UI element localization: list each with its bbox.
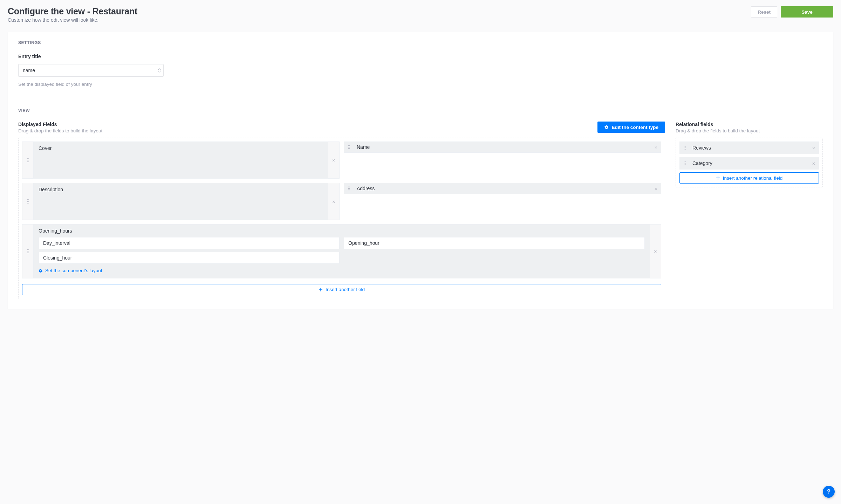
drag-handle-icon[interactable] (344, 145, 354, 149)
plus-icon (319, 288, 323, 292)
svg-point-41 (685, 163, 686, 164)
remove-field-button[interactable]: × (650, 224, 661, 278)
svg-point-18 (348, 187, 349, 187)
svg-point-13 (28, 199, 29, 200)
field-chip-description[interactable]: Description × (22, 183, 340, 220)
set-component-layout-label: Set the component's layout (45, 268, 102, 273)
svg-point-7 (349, 145, 350, 146)
svg-point-24 (27, 249, 27, 250)
field-chip-cover[interactable]: Cover × (22, 141, 340, 179)
close-icon: × (332, 158, 335, 163)
svg-point-26 (27, 251, 27, 251)
entry-title-label: Entry title (18, 54, 164, 59)
svg-point-0 (27, 158, 27, 159)
svg-point-22 (348, 189, 349, 190)
svg-point-21 (349, 188, 350, 189)
entry-title-select[interactable]: name (18, 64, 164, 77)
component-subfield[interactable]: Day_interval (39, 237, 340, 249)
close-icon: × (654, 249, 657, 254)
component-title: Opening_hours (39, 228, 645, 234)
insert-field-button[interactable]: Insert another field (22, 284, 661, 295)
plus-icon (716, 176, 720, 180)
set-component-layout-link[interactable]: Set the component's layout (39, 268, 102, 273)
remove-field-button[interactable]: × (651, 145, 661, 150)
remove-field-button[interactable]: × (809, 145, 819, 151)
svg-point-32 (684, 146, 684, 147)
svg-point-8 (348, 147, 349, 147)
svg-point-33 (685, 146, 686, 147)
svg-point-6 (348, 145, 349, 146)
svg-point-29 (28, 253, 29, 253)
svg-point-38 (684, 161, 684, 162)
field-label: Cover (39, 145, 52, 151)
svg-point-1 (28, 158, 29, 159)
drag-handle-icon[interactable] (22, 224, 33, 278)
field-label: Reviews (690, 145, 809, 151)
svg-point-35 (685, 147, 686, 148)
remove-field-button[interactable]: × (328, 183, 340, 220)
field-label: Address (354, 186, 651, 191)
reset-button[interactable]: Reset (751, 6, 777, 18)
drag-handle-icon[interactable] (344, 186, 354, 191)
displayed-fields-dropzone[interactable]: Cover × Name × (18, 138, 665, 299)
svg-point-27 (28, 251, 29, 251)
displayed-fields-title: Displayed Fields (18, 122, 102, 127)
svg-point-34 (684, 147, 684, 148)
svg-point-40 (684, 163, 684, 164)
component-subfield[interactable]: Opening_hour (344, 237, 645, 249)
drag-handle-icon[interactable] (680, 146, 690, 150)
svg-point-43 (685, 164, 686, 165)
remove-field-button[interactable]: × (809, 161, 819, 166)
section-view-label: View (18, 108, 823, 113)
svg-point-15 (28, 201, 29, 202)
page-title: Configure the view - Restaurant (8, 6, 137, 16)
displayed-fields-subtitle: Drag & drop the fields to build the layo… (18, 128, 102, 133)
svg-point-23 (349, 189, 350, 190)
svg-point-16 (27, 203, 27, 203)
save-button[interactable]: Save (781, 6, 833, 18)
field-label: Description (39, 187, 63, 192)
divider (18, 99, 823, 99)
page-subtitle: Customize how the edit view will look li… (8, 17, 137, 23)
close-icon: × (655, 145, 658, 150)
relational-fields-subtitle: Drag & drop the fields to build the layo… (676, 128, 823, 133)
entry-title-helper: Set the displayed field of your entry (18, 82, 164, 87)
field-chip-name[interactable]: Name × (344, 141, 661, 153)
gear-icon (39, 269, 43, 273)
relational-fields-dropzone[interactable]: Reviews × Category × (676, 138, 823, 187)
close-icon: × (812, 161, 815, 166)
close-icon: × (655, 186, 658, 191)
relation-chip-category[interactable]: Category × (679, 157, 819, 170)
svg-point-3 (28, 160, 29, 160)
svg-point-2 (27, 160, 27, 160)
relational-fields-title: Relational fields (676, 122, 823, 127)
relation-chip-reviews[interactable]: Reviews × (679, 141, 819, 154)
svg-point-11 (349, 148, 350, 149)
drag-handle-icon[interactable] (22, 183, 33, 220)
insert-relational-field-button[interactable]: Insert another relational field (679, 172, 819, 184)
svg-point-17 (28, 203, 29, 203)
svg-point-10 (348, 148, 349, 149)
drag-handle-icon[interactable] (22, 141, 33, 179)
svg-point-14 (27, 201, 27, 202)
svg-point-37 (685, 149, 686, 150)
svg-point-5 (28, 161, 29, 162)
drag-handle-icon[interactable] (680, 161, 690, 165)
field-chip-address[interactable]: Address × (344, 183, 661, 194)
field-label: Name (354, 144, 651, 150)
svg-point-42 (684, 164, 684, 165)
insert-relational-field-label: Insert another relational field (723, 175, 782, 181)
section-settings-label: Settings (18, 40, 823, 45)
edit-content-type-label: Edit the content type (611, 125, 658, 130)
close-icon: × (812, 145, 815, 151)
svg-point-19 (349, 187, 350, 187)
remove-field-button[interactable]: × (328, 141, 340, 179)
insert-field-label: Insert another field (326, 287, 365, 292)
svg-point-39 (685, 161, 686, 162)
field-chip-opening-hours[interactable]: Opening_hours Day_interval Opening_hour … (22, 224, 661, 278)
component-subfield[interactable]: Closing_hour (39, 252, 340, 264)
svg-point-28 (27, 253, 27, 253)
svg-point-4 (27, 161, 27, 162)
remove-field-button[interactable]: × (651, 186, 661, 191)
edit-content-type-button[interactable]: Edit the content type (597, 122, 665, 133)
